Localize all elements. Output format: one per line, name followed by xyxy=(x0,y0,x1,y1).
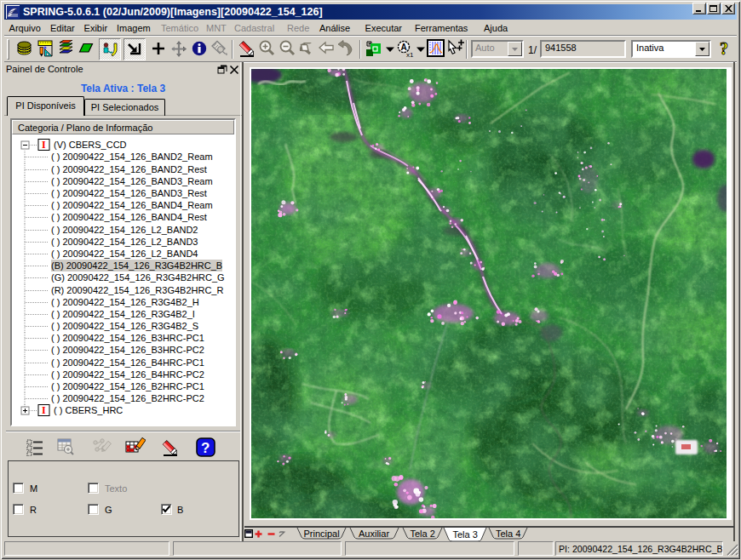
svg-text:Principal: Principal xyxy=(304,529,340,539)
svg-text:Tela 4: Tela 4 xyxy=(496,529,520,539)
svg-text:Tela 2: Tela 2 xyxy=(411,529,435,539)
svg-text:I: I xyxy=(42,139,46,151)
svg-text:?: ? xyxy=(201,440,210,456)
svg-text:?: ? xyxy=(720,39,728,58)
svg-text:Auxiliar: Auxiliar xyxy=(359,529,389,539)
svg-text:Tela 3: Tela 3 xyxy=(453,529,478,540)
svg-text:I: I xyxy=(42,404,46,416)
svg-text:x1: x1 xyxy=(406,51,414,59)
